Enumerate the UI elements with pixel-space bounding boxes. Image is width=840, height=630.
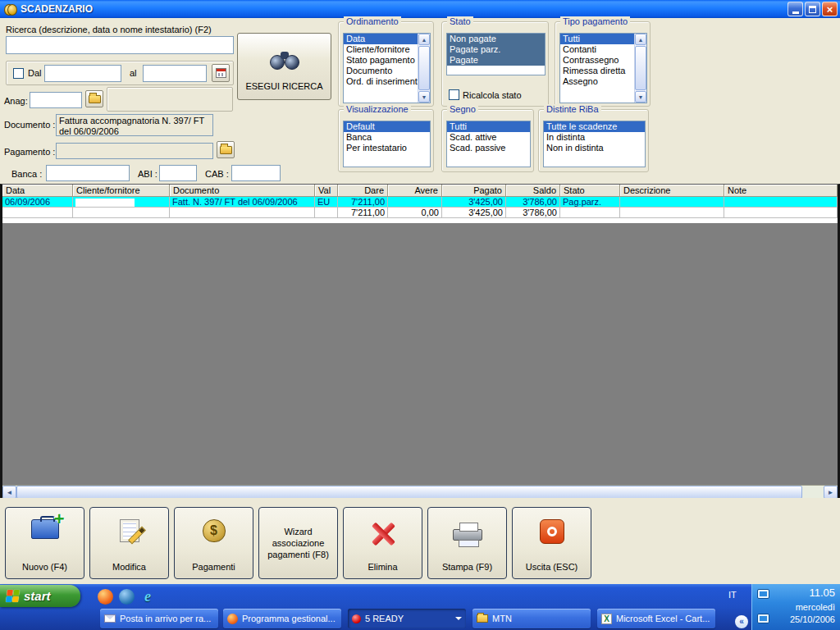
list-item[interactable]: Non in distinta: [544, 143, 645, 153]
scroll-down-icon[interactable]: ▼: [635, 91, 646, 103]
list-item[interactable]: Tutti: [447, 121, 530, 132]
dal-input[interactable]: [44, 65, 121, 82]
taskbar-item-ready[interactable]: 5 READY: [348, 609, 466, 628]
list-item[interactable]: In distinta: [544, 132, 645, 143]
taskbar-item-gestionale[interactable]: Programma gestional...: [223, 609, 341, 628]
list-item[interactable]: Contanti: [560, 44, 634, 55]
nuovo-button[interactable]: + Nuovo (F4): [5, 507, 84, 579]
column-header[interactable]: Pagato: [442, 185, 506, 197]
scrollbar-horizontal[interactable]: ◄ ►: [2, 485, 838, 499]
column-header[interactable]: Note: [724, 185, 838, 197]
tipo-pagamento-listbox[interactable]: Tutti Contanti Contrassegno Rimessa dire…: [559, 33, 647, 103]
column-header[interactable]: Avere: [388, 185, 442, 197]
list-item[interactable]: Cliente/fornitore: [344, 44, 418, 55]
column-header[interactable]: Dare: [338, 185, 388, 197]
uscita-button[interactable]: Uscita (ESC): [512, 507, 591, 579]
list-item[interactable]: Banca: [344, 132, 430, 143]
list-item[interactable]: Assegno: [560, 76, 634, 87]
tray-monitor-icon[interactable]: [757, 589, 769, 599]
list-item[interactable]: Rimessa diretta: [560, 66, 634, 76]
table-row-totals[interactable]: 7'211,00 0,00 3'425,00 3'786,00: [2, 208, 838, 218]
tray-computer-icon[interactable]: [757, 614, 769, 623]
taskbar-item-posta[interactable]: Posta in arrivo per ra...: [100, 609, 218, 628]
anag-lookup-button[interactable]: [85, 90, 103, 107]
visualizzazione-listbox[interactable]: Default Banca Per intestatario: [343, 121, 431, 167]
list-item[interactable]: Tutte le scadenze: [544, 121, 645, 132]
maximize-button[interactable]: [805, 2, 820, 16]
calendar-button[interactable]: [212, 64, 230, 82]
segno-listbox[interactable]: Tutti Scad. attive Scad. passive: [446, 121, 531, 167]
ordinamento-listbox[interactable]: Data Cliente/fornitore Stato pagamento D…: [343, 33, 431, 103]
language-indicator[interactable]: IT: [728, 590, 737, 600]
tray-chevron-icon[interactable]: «: [735, 615, 748, 628]
stampa-button[interactable]: Stampa (F9): [427, 507, 507, 579]
list-item[interactable]: Tutti: [560, 34, 634, 44]
abi-label: ABI :: [138, 169, 158, 179]
start-button[interactable]: start: [0, 585, 80, 607]
list-item[interactable]: Default: [344, 121, 430, 132]
modifica-button[interactable]: Modifica: [89, 507, 169, 579]
anag-frame: [107, 87, 233, 112]
column-header[interactable]: Saldo: [506, 185, 560, 197]
list-item[interactable]: Data: [344, 34, 418, 44]
cab-input[interactable]: [231, 165, 281, 181]
wizard-pagamenti-button[interactable]: Wizard associazione pagamenti (F8): [258, 507, 338, 579]
quicklaunch-firefox-icon[interactable]: [97, 588, 113, 605]
al-input[interactable]: [143, 65, 207, 82]
ricalcola-stato-label: Ricalcola stato: [463, 90, 522, 100]
abi-input[interactable]: [159, 165, 197, 181]
list-item[interactable]: Contrassegno: [560, 55, 634, 66]
list-item[interactable]: Ord. di inserimento: [344, 76, 418, 87]
scroll-down-icon[interactable]: ▼: [418, 91, 430, 103]
dal-checkbox[interactable]: [13, 68, 24, 79]
pagamenti-button[interactable]: $ Pagamenti: [174, 507, 253, 579]
list-item[interactable]: Stato pagamento: [344, 55, 418, 66]
scroll-up-icon[interactable]: ▲: [635, 34, 646, 45]
scroll-up-icon[interactable]: ▲: [418, 34, 430, 45]
clock-time[interactable]: 11.05: [809, 587, 835, 599]
quicklaunch-mail-icon[interactable]: [118, 588, 135, 605]
scrollbar-vertical[interactable]: ▲ ▼: [418, 34, 430, 103]
grid-header-row: Data Cliente/fornitore Documento Val Dar…: [2, 185, 838, 197]
list-item[interactable]: Documento: [344, 66, 418, 76]
stato-listbox[interactable]: Non pagate Pagate parz. Pagate: [446, 33, 546, 75]
scroll-right-icon[interactable]: ►: [824, 486, 838, 499]
taskbar-item-mtn[interactable]: MTN: [472, 609, 591, 628]
list-item[interactable]: Scad. passive: [447, 143, 530, 153]
ricerca-input[interactable]: [6, 36, 234, 54]
column-header[interactable]: Val: [315, 185, 338, 197]
distinte-riba-listbox[interactable]: Tutte le scadenze In distinta Non in dis…: [543, 121, 646, 167]
dropdown-arrow-icon[interactable]: [455, 617, 462, 623]
column-header[interactable]: Descrizione: [620, 185, 724, 197]
cell-avere: 0,00: [388, 208, 442, 217]
pagamento-lookup-button[interactable]: [217, 141, 235, 158]
table-row-selected[interactable]: 06/09/2006 Fatt. N. 397/ FT del 06/09/20…: [2, 197, 838, 208]
list-item[interactable]: Scad. attive: [447, 132, 530, 143]
cell-dare: 7'211,00: [338, 197, 388, 207]
minimize-button[interactable]: [788, 2, 803, 16]
column-header[interactable]: Documento: [170, 185, 315, 197]
date-range-frame: Dal al: [6, 61, 234, 85]
column-header[interactable]: Cliente/fornitore: [73, 185, 170, 197]
list-item[interactable]: Non pagate: [447, 34, 545, 44]
list-item[interactable]: Per intestatario: [344, 143, 430, 153]
scroll-thumb[interactable]: [16, 486, 802, 499]
scroll-thumb[interactable]: [635, 46, 646, 90]
scrollbar-vertical[interactable]: ▲ ▼: [634, 34, 646, 103]
column-header[interactable]: Data: [2, 185, 73, 197]
scroll-thumb[interactable]: [418, 46, 430, 90]
cell-data: [2, 208, 73, 217]
banca-input[interactable]: [46, 165, 130, 181]
column-header[interactable]: Stato: [560, 185, 620, 197]
esegui-ricerca-button[interactable]: ESEGUI RICERCA: [237, 33, 331, 100]
anag-input[interactable]: [30, 92, 82, 108]
scroll-left-icon[interactable]: ◄: [2, 486, 16, 499]
ricalcola-stato-checkbox[interactable]: [449, 89, 459, 100]
close-button[interactable]: ×: [822, 2, 838, 16]
list-item[interactable]: Pagate parz.: [447, 44, 545, 55]
quicklaunch-ie-icon[interactable]: e: [139, 588, 156, 605]
list-item[interactable]: Pagate: [447, 55, 545, 66]
elimina-button[interactable]: Elimina: [343, 507, 422, 579]
group-tipo-pagamento: Tipo pagamento Tutti Contanti Contrasseg…: [555, 21, 651, 107]
taskbar-item-excel[interactable]: X Microsoft Excel - Cart...: [597, 609, 715, 628]
